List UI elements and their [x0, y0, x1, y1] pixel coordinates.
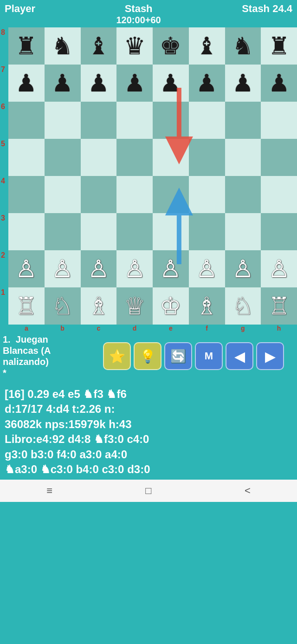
cell-a2[interactable]: ♙	[8, 250, 45, 287]
cell-b7[interactable]: ♟	[45, 65, 81, 102]
nav-home-icon[interactable]: □	[145, 485, 151, 497]
cell-f7[interactable]: ♟	[189, 65, 225, 102]
cell-g7[interactable]: ♟	[225, 65, 261, 102]
cell-d2[interactable]: ♙	[116, 250, 153, 287]
cell-b3[interactable]	[45, 213, 81, 250]
cell-c1[interactable]: ♗	[81, 287, 117, 325]
cell-b2[interactable]: ♙	[45, 250, 81, 287]
cell-a8[interactable]: ♜	[8, 27, 45, 65]
cell-c8[interactable]: ♝	[81, 27, 117, 65]
cell-b1[interactable]: ♘	[45, 287, 81, 325]
cell-a5[interactable]	[8, 139, 45, 176]
cell-f3[interactable]	[189, 213, 225, 250]
menu-button[interactable]: M	[195, 342, 223, 370]
reset-button[interactable]: 🔄	[164, 342, 192, 370]
stash-version: Stash 24.4	[242, 3, 292, 15]
nav-back-icon[interactable]: <	[245, 485, 251, 497]
hint-button[interactable]: 💡	[134, 342, 161, 370]
cell-h5[interactable]	[261, 139, 297, 176]
analysis-section: [16] 0.29 e4 e5 ♞f3 ♞f6 d:17/17 4:d4 t:2…	[0, 380, 297, 480]
cell-d6[interactable]	[116, 102, 153, 139]
cell-h3[interactable]	[261, 213, 297, 250]
cell-h7[interactable]: ♟	[261, 65, 297, 102]
bookmark-button[interactable]: ⭐	[103, 342, 131, 370]
header: Player Stash 120:00+60 Stash 24.4	[0, 0, 297, 27]
cell-a4[interactable]	[8, 176, 45, 213]
chess-board[interactable]: ♜ ♞ ♝ ♛ ♚ ♝ ♞ ♜ ♟ ♟ ♟ ♟ ♟ ♟ ♟ ♟	[8, 27, 297, 325]
cell-h2[interactable]: ♙	[261, 250, 297, 287]
chess-board-container: 8 7 6 5 4 3 2 1 ♜ ♞ ♝ ♛ ♚ ♝ ♞ ♜ ♟ ♟ ♟ ♟ …	[0, 27, 297, 325]
rank-7: 7	[0, 65, 8, 102]
analysis-line2: d:17/17 4:d4 t:2.26 n:	[5, 403, 115, 415]
cell-d8[interactable]: ♛	[116, 27, 153, 65]
cell-d5[interactable]	[116, 139, 153, 176]
cell-e2[interactable]: ♙	[153, 250, 189, 287]
cell-g6[interactable]	[225, 102, 261, 139]
file-e: e	[153, 325, 189, 332]
file-f: f	[189, 325, 225, 332]
forward-button[interactable]: ▶	[256, 342, 284, 370]
cell-f4[interactable]	[189, 176, 225, 213]
rank-2: 2	[0, 250, 8, 287]
cell-h4[interactable]	[261, 176, 297, 213]
cell-e7[interactable]: ♟	[153, 65, 189, 102]
cell-c6[interactable]	[81, 102, 117, 139]
cell-e5[interactable]	[153, 139, 189, 176]
cell-c7[interactable]: ♟	[81, 65, 117, 102]
cell-c5[interactable]	[81, 139, 117, 176]
cell-a1[interactable]: ♖	[8, 287, 45, 325]
stash-title: Stash	[116, 3, 161, 15]
cell-f6[interactable]	[189, 102, 225, 139]
cell-c2[interactable]: ♙	[81, 250, 117, 287]
file-a: a	[8, 325, 45, 332]
cell-c3[interactable]	[81, 213, 117, 250]
analysis-line3: 36082k nps:15979k h:43	[5, 418, 132, 430]
cell-c4[interactable]	[81, 176, 117, 213]
file-c: c	[81, 325, 117, 332]
cell-b5[interactable]	[45, 139, 81, 176]
move-text: 1. JueganBlancas (Analizando)*	[3, 334, 100, 378]
cell-a3[interactable]	[8, 213, 45, 250]
cell-g1[interactable]: ♘	[225, 287, 261, 325]
analysis-line5: g3:0 b3:0 f4:0 a3:0 a4:0	[5, 448, 127, 461]
cell-e3[interactable]	[153, 213, 189, 250]
cell-h1[interactable]: ♖	[261, 287, 297, 325]
cell-e6[interactable]	[153, 102, 189, 139]
cell-f2[interactable]: ♙	[189, 250, 225, 287]
cell-g2[interactable]: ♙	[225, 250, 261, 287]
cell-f8[interactable]: ♝	[189, 27, 225, 65]
cell-g3[interactable]	[225, 213, 261, 250]
rank-4: 4	[0, 176, 8, 213]
analysis-line4: Libro:e4:92 d4:8 ♞f3:0 c4:0	[5, 433, 149, 445]
cell-e4[interactable]	[153, 176, 189, 213]
cell-h8[interactable]: ♜	[261, 27, 297, 65]
rank-6: 6	[0, 102, 8, 139]
cell-g8[interactable]: ♞	[225, 27, 261, 65]
cell-e1[interactable]: ♔	[153, 287, 189, 325]
file-h: h	[261, 325, 297, 332]
cell-f1[interactable]: ♗	[189, 287, 225, 325]
cell-a7[interactable]: ♟	[8, 65, 45, 102]
cell-d4[interactable]	[116, 176, 153, 213]
cell-d7[interactable]: ♟	[116, 65, 153, 102]
cell-e8[interactable]: ♚	[153, 27, 189, 65]
cell-a6[interactable]	[8, 102, 45, 139]
back-button[interactable]: ◀	[226, 342, 253, 370]
bottom-nav: ≡ □ <	[0, 480, 297, 502]
cell-f5[interactable]	[189, 139, 225, 176]
cell-g5[interactable]	[225, 139, 261, 176]
header-center: Stash 120:00+60	[116, 3, 161, 26]
cell-h6[interactable]	[261, 102, 297, 139]
cell-b4[interactable]	[45, 176, 81, 213]
file-labels: a b c d e f g h	[8, 325, 297, 332]
player-label: Player	[5, 3, 35, 15]
cell-b8[interactable]: ♞	[45, 27, 81, 65]
analysis-text: [16] 0.29 e4 e5 ♞f3 ♞f6 d:17/17 4:d4 t:2…	[5, 387, 292, 477]
nav-menu-icon[interactable]: ≡	[46, 485, 52, 497]
controls-row: 1. JueganBlancas (Analizando)* ⭐ 💡 🔄 M ◀…	[0, 332, 297, 380]
cell-g4[interactable]	[225, 176, 261, 213]
cell-b6[interactable]	[45, 102, 81, 139]
cell-d3[interactable]	[116, 213, 153, 250]
rank-1: 1	[0, 287, 8, 325]
cell-d1[interactable]: ♕	[116, 287, 153, 325]
